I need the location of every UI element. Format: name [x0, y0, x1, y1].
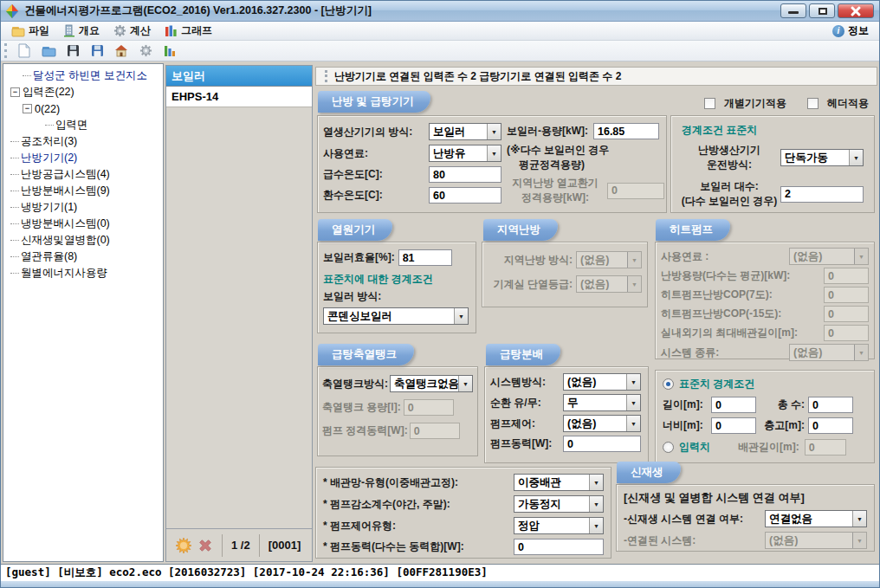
fuel-select[interactable]: 난방유▼ [429, 145, 501, 162]
apply-options: 개별기기적용 헤더적용 [704, 96, 869, 111]
tree-label: 냉방기기(1) [21, 200, 77, 215]
menu-graph[interactable]: 그래프 [159, 23, 221, 40]
title-bar: 건물에너지평가프로그램(ECO2_2016) Ver1.2016.327.230… [1, 1, 879, 22]
individual-device-checkbox[interactable] [704, 98, 715, 109]
hw-pump-power-input[interactable] [563, 436, 641, 452]
open-folder-icon [42, 45, 56, 57]
add-record-icon[interactable] [175, 537, 192, 554]
chart-button[interactable] [161, 42, 178, 60]
home-icon [114, 44, 128, 57]
supply-temp-input[interactable] [429, 166, 501, 183]
heat-source-groupbox: 보일러효율[%]: 표준치에 대한 경계조건 보일러 방식: 콘덴싱보일러▼ [317, 242, 476, 333]
tree-item-cooling-device[interactable]: 냉방기기(1) [3, 199, 163, 216]
renewable-link-select[interactable]: 연결없음▼ [765, 510, 867, 527]
save-as-icon [91, 44, 104, 57]
operation-select[interactable]: 단독가동▼ [780, 149, 864, 166]
collapse-icon[interactable]: − [10, 87, 20, 97]
tree-item-hvac[interactable]: 공조처리(3) [3, 133, 163, 150]
pump-control-type-label: * 펌프제어유형: [323, 519, 514, 533]
new-file-button[interactable] [16, 42, 33, 60]
boiler-count-input[interactable] [780, 186, 864, 203]
piping-groupbox: * 배관망-유형(이중배관고정): 이중배관▼ * 펌프감소계수(야간, 주말)… [315, 467, 611, 559]
close-button[interactable] [838, 3, 874, 18]
tank-pump-input [410, 423, 460, 439]
restore-button[interactable] [809, 3, 835, 18]
menu-file[interactable]: 파일 [6, 23, 58, 40]
chevron-down-icon: ▼ [852, 511, 866, 527]
tree-item-project[interactable]: 달성군 하빈면 보건지소 [3, 68, 163, 84]
tree-item-cooling-dist[interactable]: 냉방분배시스템(0) [3, 216, 163, 232]
length-input[interactable] [711, 397, 756, 413]
save-as-button[interactable] [88, 42, 106, 60]
capacity-input[interactable] [593, 123, 659, 139]
tank-volume-label: 축열탱크 용량[l]: [322, 400, 401, 415]
pump-reduction-select[interactable]: 가동정지▼ [514, 495, 604, 513]
hw-pump-control-select[interactable]: (없음)▼ [563, 415, 641, 432]
tree-item-renewable[interactable]: 신재생및열병합(0) [3, 232, 163, 249]
hw-circulation-select[interactable]: 무▼ [563, 394, 641, 411]
home-button[interactable] [113, 42, 130, 60]
boiler-count-label-line2: (다수 보일러인 경우) [678, 194, 780, 209]
boiler-type-select[interactable]: 콘덴싱보일러▼ [323, 307, 469, 325]
method-select[interactable]: 보일러▼ [429, 123, 501, 140]
tree-item-input-face[interactable]: 입력면 [3, 117, 163, 133]
save-button[interactable] [64, 42, 81, 60]
hw-system-select[interactable]: (없음)▼ [563, 373, 641, 391]
window-title: 건물에너지평가프로그램(ECO2_2016) Ver1.2016.327.230… [24, 3, 372, 18]
pipe-network-select[interactable]: 이중배관▼ [514, 474, 604, 491]
renewable-header: [신재생 및 열병합 시스템 연결 여부] [624, 490, 867, 506]
hp-cop15-input [824, 306, 869, 322]
collapse-icon[interactable]: − [23, 104, 32, 113]
efficiency-input[interactable] [398, 249, 452, 266]
fuel-label: 사용연료: [323, 146, 429, 161]
input-value-radio[interactable] [663, 442, 674, 453]
tree-label: 입력존(22) [23, 85, 74, 100]
tank-mode-select[interactable]: 축열탱크없음▼ [390, 375, 473, 392]
pump-control-type-select[interactable]: 정압▼ [514, 517, 604, 534]
device-name: EHPS-14 [171, 90, 218, 103]
window-bottom-edge [1, 581, 879, 588]
efficiency-label: 보일러효율[%]: [323, 250, 395, 265]
menu-overview-label: 개요 [79, 23, 100, 38]
minimize-button[interactable] [780, 3, 806, 18]
chevron-down-icon: ▼ [626, 395, 640, 410]
tree-item-heating-dist[interactable]: 난방분배시스템(9) [3, 183, 163, 199]
menu-info[interactable]: i 정보 [832, 23, 874, 38]
operation-label-line2: 운전방식: [678, 158, 780, 172]
tree-item-input-zone[interactable]: −입력존(22) [3, 84, 163, 100]
dh-mode-select: (없음)▼ [576, 251, 642, 268]
heating-hotwater-groupbox: 열생산기기의 방식: 보일러▼ 사용연료: 난방유▼ 급수온도[C]: 환수온도… [317, 115, 667, 213]
tree-item-heating-device[interactable]: 난방기기(2) [3, 150, 163, 166]
floors-input[interactable] [808, 397, 853, 413]
width-input[interactable] [711, 417, 756, 434]
settings-button[interactable] [137, 42, 154, 60]
dh-hx-label-line1: 지역난방 열교환기 [507, 176, 604, 191]
tank-pump-label: 펌프 정격동력[W]: [322, 423, 408, 438]
individual-device-label: 개별기기적용 [724, 96, 786, 111]
pump-reduction-label: * 펌프감소계수(야간, 주말): [323, 497, 514, 512]
info-icon: i [832, 25, 844, 37]
tree-label: 월별에너지사용량 [21, 266, 107, 281]
dh-insulation-label: 기계실 단열등급: [488, 277, 576, 292]
tree-item-zone-0[interactable]: −0(22) [3, 100, 163, 117]
pipe-length-label: 배관길이[m]: [738, 440, 799, 455]
return-temp-input[interactable] [429, 187, 501, 204]
device-list-item[interactable]: EHPS-14 [166, 87, 312, 107]
header-apply-checkbox[interactable] [807, 98, 819, 109]
open-file-button[interactable] [40, 42, 57, 60]
tree-item-monthly-energy[interactable]: 월별에너지사용량 [3, 265, 163, 281]
close-icon [838, 4, 873, 17]
tree-item-u-value[interactable]: 열관류율(8) [3, 249, 163, 265]
delete-record-icon[interactable] [197, 538, 213, 553]
tree-item-heating-supply[interactable]: 난방공급시스템(4) [3, 166, 163, 183]
menu-overview[interactable]: 개요 [58, 23, 108, 40]
hw-pump-power-label: 펌프동력[W]: [490, 436, 563, 451]
pump-power-sum-input[interactable] [514, 539, 604, 555]
menu-calculate[interactable]: 계산 [108, 23, 159, 40]
toolbar-grip [4, 43, 7, 58]
floor-height-input[interactable] [808, 417, 853, 434]
heat-source-subtitle: 표준치에 대한 경계조건 [323, 272, 470, 287]
device-list-header[interactable]: 보일러 [166, 66, 312, 87]
standard-boundary-radio[interactable] [663, 378, 674, 390]
hp-cop7-label: 히트펌프난방COP(7도): [661, 288, 824, 302]
